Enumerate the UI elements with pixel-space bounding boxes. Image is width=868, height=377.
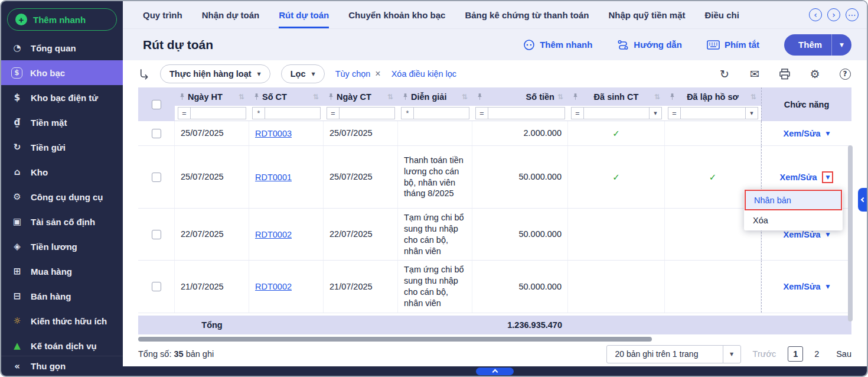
row-actions-caret-icon[interactable]: ▼ bbox=[825, 131, 830, 136]
filter-operator[interactable]: = bbox=[178, 107, 191, 119]
sidebar-item-ke-toan-dich-vu[interactable]: ▲Kế toán dịch vụ bbox=[1, 333, 123, 356]
view-edit-link[interactable]: Xem/Sửa bbox=[780, 173, 817, 182]
filter-dropdown-caret-icon[interactable]: ▼ bbox=[650, 107, 662, 119]
sidebar-item-tien-gui[interactable]: ↻Tiền gửi bbox=[1, 135, 123, 160]
pin-icon[interactable] bbox=[573, 93, 578, 100]
view-edit-link[interactable]: Xem/Sửa bbox=[784, 282, 821, 291]
filter-input[interactable] bbox=[488, 107, 565, 119]
tab-4[interactable]: Chuyển khoản kho bạc bbox=[348, 1, 445, 28]
filter-dropdown[interactable]: Lọc ▼ bbox=[281, 64, 325, 83]
row-checkbox[interactable] bbox=[152, 173, 161, 182]
filter-input[interactable] bbox=[340, 107, 395, 119]
refresh-icon[interactable]: ↻ bbox=[718, 67, 731, 80]
filter-operator[interactable]: * bbox=[252, 107, 265, 119]
mail-icon[interactable]: ✉ bbox=[748, 67, 761, 80]
pin-icon[interactable] bbox=[670, 93, 675, 100]
sidebar-collapse-button[interactable]: « Thu gọn bbox=[1, 356, 123, 376]
gear-icon[interactable]: ⚙ bbox=[808, 67, 821, 80]
tabs-prev-button[interactable]: ‹ bbox=[809, 8, 822, 21]
select-all-checkbox[interactable] bbox=[152, 100, 161, 109]
tabs-next-button[interactable]: › bbox=[827, 8, 840, 21]
sidebar-item-tien-mat[interactable]: ₫Tiền mặt bbox=[1, 110, 123, 135]
sidebar-item-kho-bac[interactable]: $Kho bạc bbox=[1, 60, 123, 85]
tab-6[interactable]: Nhập quỹ tiền mặt bbox=[608, 1, 685, 28]
sort-icon[interactable]: ⇅ bbox=[557, 93, 563, 101]
add-button-caret-icon[interactable]: ▼ bbox=[832, 42, 851, 48]
tabs-more-button[interactable]: ⋯ bbox=[846, 8, 859, 21]
pagination-next[interactable]: Sau bbox=[836, 349, 851, 359]
sidebar-item-kho[interactable]: ⌂Kho bbox=[1, 160, 123, 184]
menu-item-delete[interactable]: Xóa bbox=[745, 210, 842, 230]
view-edit-link[interactable]: Xem/Sửa bbox=[784, 230, 821, 239]
page-number-1[interactable]: 1 bbox=[788, 346, 803, 362]
document-number-link[interactable]: RDT0003 bbox=[255, 129, 292, 138]
quick-add-link[interactable]: Thêm nhanh bbox=[523, 39, 592, 51]
row-checkbox[interactable] bbox=[152, 129, 161, 138]
sidebar-item-mua-hang[interactable]: ⊞Mua hàng bbox=[1, 259, 123, 284]
row-actions-caret-icon[interactable]: ▼ bbox=[825, 232, 830, 238]
column-header-da_sinh_ct[interactable]: Đã sinh CT⇅ bbox=[568, 87, 665, 106]
filter-input[interactable] bbox=[681, 107, 746, 119]
filter-input[interactable] bbox=[265, 107, 321, 119]
vertical-scrollbar[interactable] bbox=[848, 145, 853, 321]
sort-icon[interactable]: ⇅ bbox=[750, 93, 756, 101]
column-header-ngay_ct[interactable]: Ngày CT⇅ bbox=[324, 87, 398, 106]
batch-arrow-icon[interactable] bbox=[138, 69, 149, 80]
filter-operator[interactable]: = bbox=[475, 107, 488, 119]
column-header-so_tien[interactable]: Số tiền⇅ bbox=[472, 87, 568, 106]
sort-icon[interactable]: ⇅ bbox=[462, 93, 468, 101]
document-number-link[interactable]: RDT0001 bbox=[255, 173, 292, 182]
filter-operator[interactable]: = bbox=[668, 107, 681, 119]
add-button[interactable]: Thêm ▼ bbox=[784, 34, 851, 56]
sidebar-item-tong-quan[interactable]: ◔Tổng quan bbox=[1, 35, 123, 60]
sort-icon[interactable]: ⇅ bbox=[654, 93, 660, 101]
document-number-link[interactable]: RDT0002 bbox=[255, 230, 292, 239]
row-actions-caret-icon[interactable]: ▼ bbox=[825, 284, 830, 290]
sort-icon[interactable]: ⇅ bbox=[239, 93, 244, 101]
sort-icon[interactable]: ⇅ bbox=[387, 93, 393, 101]
column-header-da_lap_ho_so[interactable]: Đã lập hồ sơ⇅ bbox=[665, 87, 761, 106]
pin-icon[interactable] bbox=[328, 93, 334, 100]
row-checkbox[interactable] bbox=[152, 230, 161, 239]
sidebar-item-kien-thuc-huu-ich[interactable]: ☼Kiến thức hữu ích bbox=[1, 308, 123, 333]
sidebar-item-tien-luong[interactable]: ◈Tiền lương bbox=[1, 234, 123, 259]
option-filter-chip[interactable]: Tùy chọn × bbox=[335, 69, 381, 79]
pagination-prev[interactable]: Trước bbox=[753, 349, 776, 359]
shortcuts-link[interactable]: Phím tắt bbox=[707, 40, 759, 50]
column-header-dien_giai[interactable]: Diễn giải⇅ bbox=[398, 87, 472, 106]
filter-input[interactable] bbox=[584, 107, 650, 119]
page-size-select[interactable]: 20 bản ghi trên 1 trang ▼ bbox=[606, 345, 741, 363]
clear-filters-link[interactable]: Xóa điều kiện lọc bbox=[391, 69, 456, 79]
tab-5[interactable]: Bảng kê chứng từ thanh toán bbox=[465, 1, 589, 28]
filter-dropdown-caret-icon[interactable]: ▼ bbox=[746, 107, 758, 119]
horizontal-scrollbar-thumb[interactable] bbox=[138, 337, 652, 342]
tab-1[interactable]: Quy trình bbox=[143, 1, 182, 28]
page-number-2[interactable]: 2 bbox=[809, 346, 824, 362]
pin-icon[interactable] bbox=[180, 93, 185, 100]
pin-icon[interactable] bbox=[477, 93, 482, 100]
tab-7[interactable]: Điều chi bbox=[705, 1, 739, 28]
quick-add-button[interactable]: + Thêm nhanh bbox=[7, 8, 117, 31]
filter-input[interactable] bbox=[414, 107, 469, 119]
menu-item-duplicate[interactable]: Nhân bản bbox=[745, 190, 842, 210]
tab-2[interactable]: Nhận dự toán bbox=[202, 1, 260, 28]
sort-icon[interactable]: ⇅ bbox=[313, 93, 319, 101]
filter-operator[interactable]: * bbox=[401, 107, 414, 119]
tab-3[interactable]: Rút dự toán bbox=[279, 1, 329, 28]
filter-input[interactable] bbox=[191, 107, 246, 119]
document-number-link[interactable]: RDT0002 bbox=[255, 282, 292, 291]
sidebar-item-ban-hang[interactable]: ⊟Bán hàng bbox=[1, 284, 123, 308]
pin-icon[interactable] bbox=[403, 93, 408, 100]
pin-icon[interactable] bbox=[254, 93, 259, 100]
filter-operator[interactable]: = bbox=[327, 107, 340, 119]
batch-actions-dropdown[interactable]: Thực hiện hàng loạt ▼ bbox=[160, 64, 270, 83]
column-header-ngay_ht[interactable]: Ngày HT⇅ bbox=[175, 87, 249, 106]
filter-operator[interactable]: = bbox=[571, 107, 584, 119]
sidebar-item-tai-san-co-dinh[interactable]: ▣Tài sản cố định bbox=[1, 209, 123, 234]
remove-chip-icon[interactable]: × bbox=[375, 69, 380, 79]
expand-bottom-panel-button[interactable] bbox=[476, 368, 514, 375]
row-checkbox[interactable] bbox=[152, 282, 161, 291]
help-icon[interactable]: ? bbox=[838, 67, 851, 80]
row-actions-caret-icon[interactable]: ▼ bbox=[822, 171, 833, 183]
sidebar-item-kho-bac-dien-tu[interactable]: $Kho bạc điện tử bbox=[1, 85, 123, 110]
